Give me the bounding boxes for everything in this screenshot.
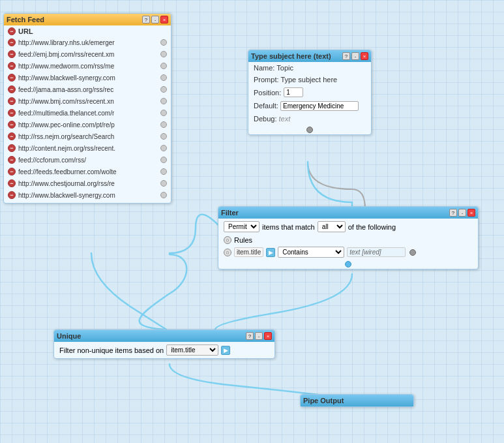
url-item: − feed://multimedia.thelancet.com/r	[8, 107, 167, 119]
url-remove-btn-9[interactable]: −	[8, 144, 16, 152]
rules-label-row: ○ Rules	[218, 235, 478, 245]
unique-arrow-btn[interactable]: ▶	[221, 346, 230, 355]
url-item: − feed://feeds.feedburner.com/wolte	[8, 166, 167, 177]
match-select[interactable]: all any	[318, 221, 346, 232]
url-connector-4	[160, 86, 167, 93]
url-text-8: http://rss.nejm.org/search/Search	[18, 133, 114, 140]
url-text-0: http://www.library.nhs.uk/emerger	[18, 39, 115, 46]
filter-controls: ? - ×	[449, 209, 475, 217]
unique-titlebar: Unique ? - ×	[54, 330, 274, 342]
url-remove-btn-12[interactable]: −	[8, 179, 16, 187]
url-remove-btn-6[interactable]: −	[8, 109, 16, 117]
type-subject-bottom-connector	[306, 127, 313, 133]
url-item: − http://www.pec-online.com/pt/re/p	[8, 119, 167, 130]
fetch-feed-close-btn[interactable]: ×	[160, 16, 168, 23]
type-subject-window: Type subject here (text) ? - × Name: Top…	[248, 50, 372, 135]
url-text-7: http://www.pec-online.com/pt/re/p	[18, 121, 115, 129]
type-subject-minimize-btn[interactable]: -	[351, 52, 359, 60]
default-input[interactable]	[280, 101, 359, 111]
filter-permit-row: Permit Block items that match all any of…	[218, 219, 478, 235]
url-item: − http://www.blackwell-synergy.com	[8, 72, 167, 84]
url-connector-10	[160, 157, 167, 163]
url-item: − feed://ccforum.com/rss/	[8, 154, 167, 166]
url-item: − http://www.library.nhs.uk/emerger	[8, 37, 167, 48]
url-text-11: feed://feeds.feedburner.com/wolte	[18, 168, 117, 176]
pipe-output-titlebar: Pipe Output	[301, 395, 413, 406]
fetch-feed-title: Fetch Feed	[7, 16, 142, 23]
url-remove-btn-8[interactable]: −	[8, 132, 16, 140]
unique-title: Unique	[57, 332, 246, 340]
rule-field: item.title	[234, 247, 263, 257]
url-label: − URL	[8, 27, 167, 35]
url-remove-btn-4[interactable]: −	[8, 85, 16, 93]
url-text-1: feed://emj.bmj.com/rss/recent.xm	[18, 51, 114, 58]
filter-titlebar: Filter ? - ×	[218, 207, 478, 219]
url-connector-2	[160, 63, 167, 69]
url-text-9: http://content.nejm.org/rss/recent.	[18, 145, 115, 152]
url-list: − http://www.library.nhs.uk/emerger − fe…	[8, 37, 167, 201]
filter-close-btn[interactable]: ×	[467, 209, 475, 217]
url-text-3: http://www.blackwell-synergy.com	[18, 74, 115, 82]
url-text-2: http://www.medworm.com/rss/me	[18, 63, 114, 70]
debug-row: Debug: text	[248, 113, 371, 125]
fetch-feed-window: Fetch Feed ? - × − URL − http://www.libr…	[3, 13, 171, 204]
filter-help-btn[interactable]: ?	[449, 209, 457, 217]
url-text-13: http://www.blackwell-synergy.com	[18, 192, 115, 199]
pipe-output-window: Pipe Output	[300, 394, 414, 407]
url-connector-6	[160, 110, 167, 116]
url-item: − feed://jama.ama-assn.org/rss/rec	[8, 84, 167, 95]
url-item: − http://content.nejm.org/rss/recent.	[8, 142, 167, 154]
url-item: − http://www.blackwell-synergy.com	[8, 189, 167, 201]
url-remove-btn-5[interactable]: −	[8, 97, 16, 105]
unique-close-btn[interactable]: ×	[264, 332, 272, 340]
url-connector-8	[160, 133, 167, 140]
unique-controls: ? - ×	[246, 332, 272, 340]
url-remove-btn-1[interactable]: −	[8, 50, 16, 58]
url-item: − feed://emj.bmj.com/rss/recent.xm	[8, 48, 167, 60]
type-subject-controls: ? - ×	[342, 52, 368, 60]
prompt-row: Prompt: Type subject here	[248, 74, 371, 85]
filter-minimize-btn[interactable]: -	[458, 209, 466, 217]
url-connector-13	[160, 192, 167, 198]
unique-help-btn[interactable]: ?	[246, 332, 254, 340]
rule-arrow-btn[interactable]: ▶	[266, 248, 275, 257]
unique-field-select[interactable]: item.title	[166, 344, 218, 356]
wired-input: text [wired]	[347, 247, 406, 257]
url-item: − http://rss.nejm.org/search/Search	[8, 130, 167, 142]
url-section: − URL − http://www.library.nhs.uk/emerge…	[4, 25, 171, 203]
contains-select[interactable]: Contains Does not contain Is	[278, 247, 344, 258]
permit-select[interactable]: Permit Block	[224, 221, 259, 232]
url-remove-btn-0[interactable]: −	[8, 38, 16, 46]
url-text-4: feed://jama.ama-assn.org/rss/rec	[18, 86, 113, 93]
type-subject-help-btn[interactable]: ?	[342, 52, 350, 60]
position-row: Position:	[248, 85, 371, 99]
position-input[interactable]	[284, 87, 303, 97]
type-subject-close-btn[interactable]: ×	[361, 52, 368, 60]
rules-collapse-btn[interactable]: ○	[224, 236, 231, 244]
fetch-feed-help-btn[interactable]: ?	[142, 16, 150, 23]
url-connector-11	[160, 168, 167, 175]
url-text-12: http://www.chestjournal.org/rss/re	[18, 180, 115, 187]
filter-bottom-connector	[345, 261, 351, 267]
pipe-output-title: Pipe Output	[303, 397, 411, 405]
url-connector-12	[160, 180, 167, 187]
url-remove-btn-7[interactable]: −	[8, 121, 16, 129]
url-remove-btn-3[interactable]: −	[8, 74, 16, 82]
unique-minimize-btn[interactable]: -	[255, 332, 263, 340]
name-row: Name: Topic	[248, 62, 371, 74]
url-remove-btn-13[interactable]: −	[8, 191, 16, 199]
fetch-feed-minimize-btn[interactable]: -	[151, 16, 159, 23]
url-remove-btn-2[interactable]: −	[8, 62, 16, 70]
url-remove-btn[interactable]: −	[8, 27, 16, 35]
rule-toggle-btn[interactable]: ○	[224, 249, 231, 256]
url-connector-9	[160, 145, 167, 151]
filter-title: Filter	[221, 209, 449, 217]
fetch-feed-controls: ? - ×	[142, 16, 168, 23]
rule-row: ○ item.title ▶ Contains Does not contain…	[218, 245, 478, 259]
unique-row: Filter non-unique items based on item.ti…	[54, 342, 274, 358]
url-remove-btn-10[interactable]: −	[8, 156, 16, 164]
url-connector-3	[160, 74, 167, 81]
url-connector-7	[160, 121, 167, 128]
url-item: − http://www.medworm.com/rss/me	[8, 60, 167, 72]
url-remove-btn-11[interactable]: −	[8, 168, 16, 176]
